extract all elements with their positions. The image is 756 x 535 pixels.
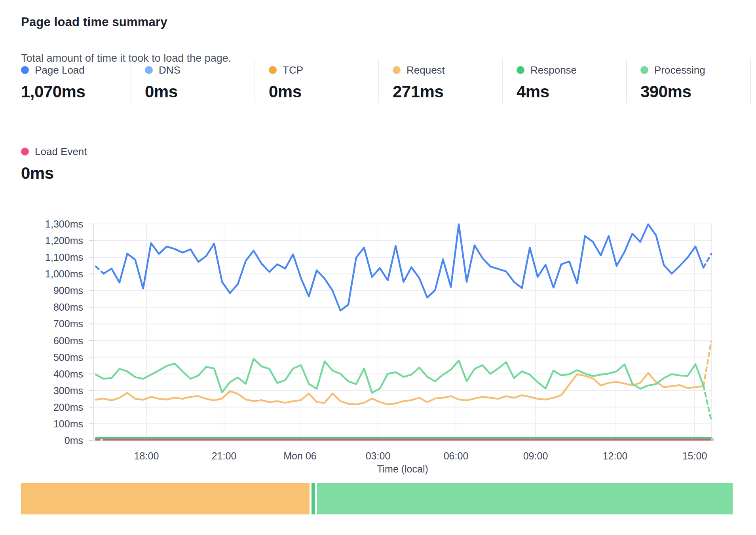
x-tick-label: 15:00: [682, 450, 707, 461]
timeline-bar-segment[interactable]: [317, 483, 733, 514]
y-tick-label: 1,300ms: [45, 218, 83, 230]
x-tick-label: 18:00: [134, 450, 159, 461]
y-tick-label: 0ms: [65, 435, 83, 446]
page-load-time-chart: 0ms100ms200ms300ms400ms500ms600ms700ms80…: [0, 0, 756, 535]
y-tick-label: 900ms: [53, 285, 83, 296]
y-tick-label: 300ms: [53, 385, 83, 396]
y-tick-label: 1,100ms: [45, 252, 83, 263]
x-axis-title: Time (local): [377, 463, 428, 474]
y-tick-label: 500ms: [53, 352, 83, 363]
x-tick-label: 09:00: [523, 450, 548, 461]
y-tick-label: 200ms: [53, 402, 83, 413]
y-tick-label: 1,000ms: [45, 268, 83, 279]
x-tick-label: 03:00: [366, 450, 391, 461]
y-tick-label: 800ms: [53, 302, 83, 313]
page-load-summary-card: { "header": { "title": "Page load time s…: [0, 0, 756, 535]
series-end-tick: [711, 438, 714, 441]
timeline-bar[interactable]: [21, 483, 733, 514]
x-tick-label: 21:00: [212, 450, 237, 461]
x-tick-label: 06:00: [444, 450, 469, 461]
y-tick-label: 600ms: [53, 335, 83, 346]
y-tick-label: 1,200ms: [45, 235, 83, 246]
x-tick-label: 12:00: [603, 450, 628, 461]
timeline-bar-segment[interactable]: [21, 483, 310, 514]
plot-area[interactable]: [94, 224, 711, 440]
y-tick-label: 700ms: [53, 318, 83, 329]
y-tick-label: 400ms: [53, 368, 83, 379]
y-tick-label: 100ms: [53, 418, 83, 429]
timeline-bar-segment[interactable]: [312, 483, 315, 514]
x-tick-label: Mon 06: [283, 450, 316, 461]
